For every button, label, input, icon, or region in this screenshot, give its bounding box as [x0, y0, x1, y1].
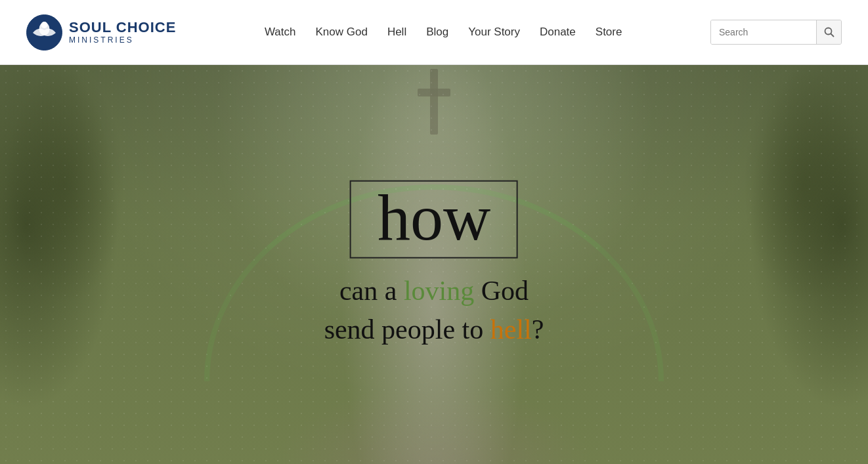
tagline-line1: can a loving God: [324, 272, 544, 310]
logo-icon: [26, 14, 62, 51]
tree-left-decoration: [0, 65, 261, 464]
brand-name-line1: SOUL CHOICE: [69, 20, 176, 35]
nav-watch[interactable]: Watch: [265, 26, 296, 39]
site-header: SOUL CHOICE MINISTRIES Watch Know God He…: [0, 0, 868, 65]
hero-section: how can a loving God send people to hell…: [0, 65, 868, 464]
main-nav: Watch Know God Hell Blog Your Story Dona…: [265, 26, 622, 39]
tagline-hell: hell: [490, 314, 532, 345]
how-heading: how: [378, 185, 490, 251]
hero-tagline: can a loving God send people to hell?: [324, 272, 544, 349]
cross-vertical: [430, 69, 438, 135]
tagline-line2: send people to hell?: [324, 310, 544, 349]
nav-blog[interactable]: Blog: [426, 26, 448, 39]
tagline-loving: loving: [404, 276, 474, 306]
tagline-question: ?: [532, 314, 544, 345]
tagline-send: send people to: [324, 314, 490, 345]
search-box: [710, 20, 842, 45]
tagline-can-a: can a: [339, 276, 404, 306]
brand-name-line2: MINISTRIES: [69, 36, 176, 45]
nav-your-story[interactable]: Your Story: [468, 26, 520, 39]
hero-content: how can a loving God send people to hell…: [324, 180, 544, 349]
svg-line-4: [831, 34, 833, 37]
logo[interactable]: SOUL CHOICE MINISTRIES: [26, 14, 176, 51]
search-input[interactable]: [711, 20, 816, 44]
nav-donate[interactable]: Donate: [540, 26, 576, 39]
search-button[interactable]: [816, 20, 841, 44]
nav-store[interactable]: Store: [596, 26, 622, 39]
svg-point-2: [41, 22, 48, 28]
cross-horizontal: [418, 89, 450, 96]
how-box: how: [350, 180, 518, 259]
logo-text: SOUL CHOICE MINISTRIES: [69, 20, 176, 44]
tagline-god: God: [474, 276, 529, 306]
tree-right-decoration: [607, 65, 868, 464]
search-icon: [824, 27, 835, 37]
nav-hell[interactable]: Hell: [387, 26, 406, 39]
nav-know-god[interactable]: Know God: [316, 26, 368, 39]
cross-decoration: [414, 65, 454, 144]
